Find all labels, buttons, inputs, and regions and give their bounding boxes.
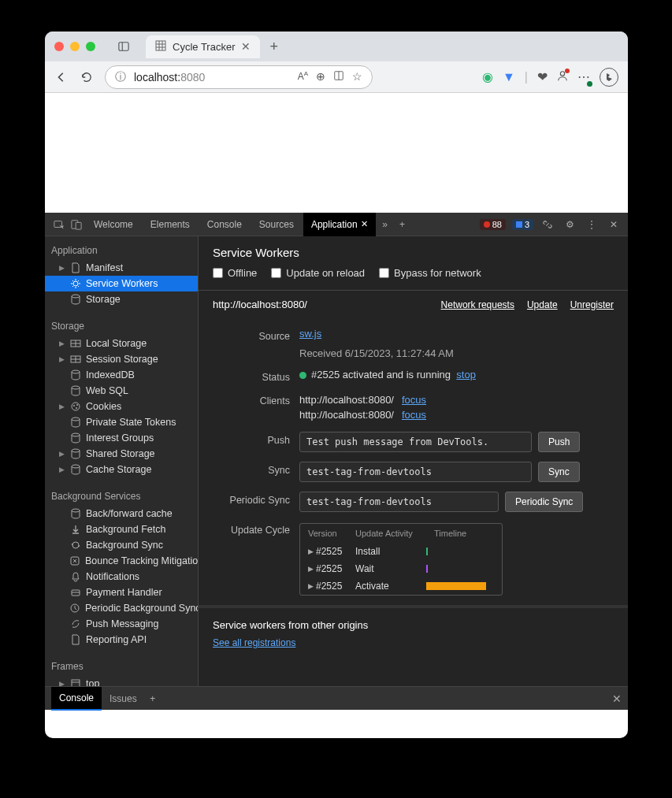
drawer-tab-issues[interactable]: Issues — [102, 687, 145, 711]
reader-icon[interactable] — [333, 70, 344, 84]
bg-icon — [70, 634, 81, 645]
sidebar-item-bg-3[interactable]: ▶Bounce Tracking Mitigation — [45, 553, 198, 569]
checkbox-update-on-reload[interactable]: Update on reload — [271, 267, 365, 279]
url-host: localhost: — [134, 71, 180, 84]
sidebar-item-bg-2[interactable]: ▶Background Sync — [45, 537, 198, 553]
svg-point-30 — [72, 465, 80, 468]
tab-console[interactable]: Console — [199, 213, 250, 236]
sidebar-toggle-icon[interactable] — [114, 39, 133, 54]
periodic-sync-button[interactable]: Periodic Sync — [505, 492, 583, 512]
refresh-button[interactable] — [80, 70, 94, 84]
sidebar-item-storage-1[interactable]: ▶Session Storage — [45, 351, 198, 367]
svg-point-22 — [72, 386, 80, 389]
source-file-link[interactable]: sw.js — [299, 328, 321, 340]
drawer-tab-console[interactable]: Console — [51, 687, 102, 711]
profile-icon[interactable] — [557, 70, 568, 84]
favorite-icon[interactable]: ☆ — [352, 70, 362, 84]
sidebar-item-bg-4[interactable]: ▶Notifications — [45, 569, 198, 585]
new-tab-button[interactable]: + — [260, 39, 288, 55]
add-tab-icon[interactable]: + — [395, 217, 410, 232]
close-tab-icon[interactable]: ✕ — [241, 40, 251, 53]
site-info-icon[interactable]: ⓘ — [115, 70, 126, 84]
text-size-icon[interactable]: AA — [298, 70, 308, 84]
push-label: Push — [213, 432, 299, 446]
sidebar-item-top-frame[interactable]: ▶top — [45, 676, 198, 686]
maximize-window-button[interactable] — [86, 42, 95, 51]
info-badge[interactable]: 3 — [512, 219, 533, 230]
toolbar: ⓘ localhost:8080 AA ⊕ ☆ ◉ ▼ | ❤ ⋯ — [45, 61, 628, 93]
add-drawer-tab-icon[interactable]: + — [145, 691, 161, 707]
sidebar-item-storage-7[interactable]: ▶Shared Storage — [45, 446, 198, 462]
link-update[interactable]: Update — [527, 299, 558, 310]
more-icon[interactable]: ⋯ — [577, 69, 590, 84]
sidebar-item-storage-2[interactable]: ▶IndexedDB — [45, 367, 198, 383]
extension-icon-3[interactable]: ❤ — [537, 69, 548, 84]
tab-elements[interactable]: Elements — [143, 213, 198, 236]
browser-tab[interactable]: Cycle Tracker ✕ — [146, 35, 260, 58]
close-drawer-icon[interactable]: ✕ — [612, 692, 622, 705]
address-bar[interactable]: ⓘ localhost:8080 AA ⊕ ☆ — [105, 65, 373, 89]
settings-icon[interactable]: ⚙ — [562, 217, 577, 232]
kebab-icon[interactable]: ⋮ — [584, 217, 600, 232]
sidebar-item-bg-8[interactable]: ▶Reporting API — [45, 632, 198, 648]
link-icon[interactable] — [540, 217, 555, 232]
inspect-icon[interactable] — [51, 217, 67, 232]
focus-link[interactable]: focus — [402, 409, 426, 421]
tab-bar: Cycle Tracker ✕ + — [139, 35, 288, 58]
push-button[interactable]: Push — [538, 432, 580, 452]
periodic-sync-input[interactable] — [299, 492, 499, 512]
sidebar-item-storage-3[interactable]: ▶Web SQL — [45, 383, 198, 399]
svg-point-27 — [72, 418, 80, 421]
extension-icon-1[interactable]: ◉ — [482, 69, 493, 84]
tab-title: Cycle Tracker — [173, 41, 235, 53]
device-icon[interactable] — [69, 217, 84, 232]
update-cycle-row[interactable]: ▶#2525Install — [300, 543, 502, 560]
sidebar-item-bg-7[interactable]: ▶Push Messaging — [45, 616, 198, 632]
close-tab-icon[interactable]: ✕ — [361, 219, 368, 229]
sidebar-item-storage[interactable]: ▶Storage — [45, 291, 198, 307]
sidebar-item-storage-6[interactable]: ▶Interest Groups — [45, 430, 198, 446]
bg-icon — [70, 540, 81, 551]
sync-input[interactable] — [299, 462, 532, 482]
sidebar-item-bg-1[interactable]: ▶Background Fetch — [45, 521, 198, 537]
bing-icon[interactable] — [600, 68, 618, 87]
sidebar-item-bg-0[interactable]: ▶Back/forward cache — [45, 506, 198, 521]
sidebar-item-manifest[interactable]: ▶Manifest — [45, 260, 198, 276]
bg-icon — [69, 603, 80, 614]
svg-point-25 — [76, 404, 78, 406]
frame-icon — [70, 678, 81, 686]
sync-button[interactable]: Sync — [538, 462, 580, 482]
update-cycle-row[interactable]: ▶#2525Wait — [300, 560, 502, 577]
other-origins-title: Service workers from other origins — [213, 619, 614, 631]
push-input[interactable] — [299, 432, 532, 452]
sidebar-item-bg-6[interactable]: ▶Periodic Background Sync — [45, 600, 198, 616]
sidebar-section-frames: Frames — [45, 657, 198, 676]
sidebar-item-storage-0[interactable]: ▶Local Storage — [45, 336, 198, 351]
link-unregister[interactable]: Unregister — [570, 299, 614, 310]
zoom-icon[interactable]: ⊕ — [316, 70, 325, 84]
sidebar-item-bg-5[interactable]: ▶Payment Handler — [45, 585, 198, 600]
sidebar-item-storage-4[interactable]: ▶Cookies — [45, 399, 198, 414]
back-button[interactable] — [54, 70, 69, 84]
tab-welcome[interactable]: Welcome — [86, 213, 141, 236]
checkbox-bypass-network[interactable]: Bypass for network — [379, 267, 481, 279]
minimize-window-button[interactable] — [70, 42, 80, 51]
update-cycle-row[interactable]: ▶#2525Activate — [300, 577, 502, 595]
close-devtools-icon[interactable]: ✕ — [606, 217, 622, 232]
tab-sources[interactable]: Sources — [251, 213, 302, 236]
checkbox-offline[interactable]: Offline — [213, 267, 257, 279]
close-window-button[interactable] — [54, 42, 64, 51]
tab-application[interactable]: Application✕ — [303, 213, 376, 236]
extension-icon-2[interactable]: ▼ — [503, 70, 515, 84]
sidebar-item-storage-8[interactable]: ▶Cache Storage — [45, 462, 198, 477]
more-tabs-icon[interactable]: » — [377, 217, 393, 232]
sidebar-item-service-workers[interactable]: ▶Service Workers — [45, 276, 198, 291]
focus-link[interactable]: focus — [402, 394, 426, 406]
status-label: Status — [213, 369, 299, 383]
sidebar-item-storage-5[interactable]: ▶Private State Tokens — [45, 414, 198, 430]
see-all-registrations-link[interactable]: See all registrations — [213, 637, 295, 648]
link-network-requests[interactable]: Network requests — [441, 299, 514, 310]
error-badge[interactable]: 88 — [480, 219, 506, 230]
title-bar: Cycle Tracker ✕ + — [45, 32, 628, 61]
stop-link[interactable]: stop — [456, 369, 476, 380]
